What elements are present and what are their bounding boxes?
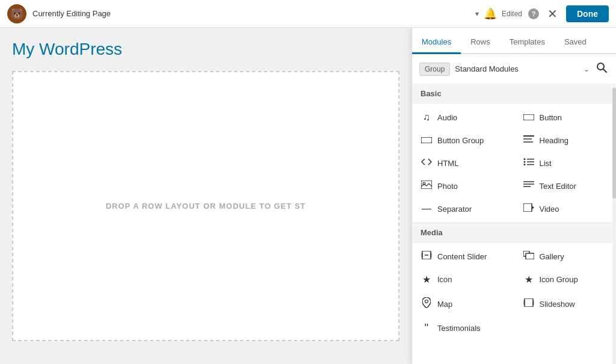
- svg-point-9: [523, 161, 525, 163]
- svg-rect-25: [526, 253, 534, 259]
- page-canvas: My WordPress DROP A ROW LAYOUT OR MODULE…: [0, 28, 411, 364]
- page-title: My WordPress: [12, 40, 399, 59]
- module-list[interactable]: List: [514, 152, 617, 174]
- module-separator[interactable]: — Separator: [412, 197, 514, 220]
- section-media-header: Media: [412, 223, 616, 242]
- module-text-editor[interactable]: Text Editor: [514, 174, 617, 197]
- module-icon-group[interactable]: ★ Icon Group: [514, 268, 617, 291]
- modules-list: Basic ♫ Audio Button Button Group: [412, 84, 616, 364]
- notification-bell-icon[interactable]: 🔔: [479, 5, 502, 23]
- tab-rows[interactable]: Rows: [461, 31, 500, 54]
- tab-templates[interactable]: Templates: [500, 31, 555, 54]
- video-icon: [523, 203, 535, 214]
- edited-label: Edited: [502, 10, 522, 18]
- top-bar-actions: Edited ? ✕ Done: [502, 4, 609, 23]
- done-button[interactable]: Done: [566, 5, 609, 22]
- separator-icon: —: [420, 203, 433, 214]
- search-button[interactable]: [594, 60, 609, 78]
- slideshow-label: Slideshow: [540, 300, 575, 309]
- group-select-wrapper[interactable]: Standard Modules ⌄: [455, 64, 590, 73]
- heading-label: Heading: [540, 136, 568, 145]
- gallery-icon: [523, 251, 535, 262]
- group-select-label: Standard Modules: [455, 64, 584, 73]
- svg-line-1: [603, 69, 606, 72]
- svg-rect-21: [421, 253, 423, 258]
- module-video[interactable]: Video: [514, 197, 617, 220]
- content-slider-label: Content Slider: [437, 252, 487, 261]
- module-icon[interactable]: ★ Icon: [412, 268, 514, 291]
- text-editor-icon: [523, 180, 535, 191]
- module-button[interactable]: Button: [514, 106, 617, 129]
- tab-saved[interactable]: Saved: [555, 31, 596, 54]
- module-photo[interactable]: Photo: [412, 174, 514, 197]
- basic-modules-grid: ♫ Audio Button Button Group: [412, 103, 616, 223]
- modules-panel: Modules Rows Templates Saved Group Stand…: [411, 28, 616, 364]
- top-bar: 🐻 Currently Editing Page ▾ 🔔 Edited ? ✕ …: [0, 0, 616, 28]
- scrollbar-thumb: [612, 88, 616, 199]
- button-group-icon: [420, 135, 433, 146]
- module-slideshow[interactable]: Slideshow: [514, 291, 617, 316]
- button-label: Button: [540, 113, 562, 122]
- group-badge[interactable]: Group: [419, 63, 450, 76]
- icon-module-icon: ★: [420, 274, 433, 285]
- logo-icon: 🐻: [10, 7, 23, 20]
- help-icon[interactable]: ?: [528, 8, 539, 19]
- drop-zone[interactable]: DROP A ROW LAYOUT OR MODULE TO GET ST: [12, 71, 399, 341]
- button-icon: [523, 112, 535, 123]
- photo-icon: [420, 180, 433, 191]
- html-label: HTML: [437, 159, 458, 168]
- svg-point-26: [425, 300, 428, 303]
- module-heading[interactable]: Heading: [514, 129, 617, 152]
- group-filter-row: Group Standard Modules ⌄: [412, 54, 616, 84]
- module-html[interactable]: HTML: [412, 152, 514, 174]
- scrollbar[interactable]: [612, 88, 616, 364]
- svg-rect-28: [523, 300, 525, 305]
- audio-label: Audio: [437, 113, 457, 122]
- content-slider-icon: [420, 251, 433, 262]
- module-gallery[interactable]: Gallery: [514, 245, 617, 268]
- drop-zone-text: DROP A ROW LAYOUT OR MODULE TO GET ST: [106, 202, 306, 211]
- section-basic-header: Basic: [412, 84, 616, 103]
- html-icon: [420, 158, 433, 168]
- module-map[interactable]: Map: [412, 291, 514, 316]
- module-audio[interactable]: ♫ Audio: [412, 106, 514, 129]
- testimonials-label: Testimonials: [437, 324, 481, 333]
- text-editor-label: Text Editor: [540, 182, 576, 191]
- slideshow-icon: [523, 298, 535, 309]
- svg-rect-29: [532, 300, 534, 305]
- heading-icon: [523, 135, 535, 146]
- icon-group-label: Icon Group: [540, 275, 578, 284]
- separator-label: Separator: [437, 205, 472, 214]
- svg-rect-3: [421, 137, 432, 143]
- tab-modules[interactable]: Modules: [412, 31, 461, 54]
- icon-group-icon: ★: [523, 274, 535, 285]
- group-chevron-icon[interactable]: ⌄: [584, 65, 590, 73]
- svg-rect-18: [523, 203, 532, 212]
- testimonials-icon: ": [420, 322, 433, 333]
- gallery-label: Gallery: [540, 252, 564, 261]
- svg-point-11: [523, 164, 525, 165]
- map-icon: [420, 297, 433, 310]
- video-label: Video: [540, 205, 559, 214]
- main-area: My WordPress DROP A ROW LAYOUT OR MODULE…: [0, 28, 616, 364]
- svg-marker-19: [532, 206, 534, 209]
- map-label: Map: [437, 300, 452, 309]
- page-editing-title: Currently Editing Page: [32, 9, 472, 18]
- module-button-group[interactable]: Button Group: [412, 129, 514, 152]
- svg-rect-27: [525, 298, 533, 307]
- list-icon: [523, 158, 535, 168]
- svg-point-7: [523, 158, 525, 160]
- icon-label: Icon: [437, 275, 452, 284]
- panel-tabs: Modules Rows Templates Saved: [412, 28, 616, 54]
- media-modules-grid: Content Slider Gallery ★ Icon ★ Icon Gro…: [412, 242, 616, 342]
- logo: 🐻: [7, 4, 26, 23]
- svg-rect-2: [523, 114, 534, 120]
- close-button[interactable]: ✕: [545, 4, 560, 23]
- photo-label: Photo: [437, 182, 458, 191]
- list-label: List: [540, 159, 552, 168]
- audio-icon: ♫: [420, 112, 433, 123]
- module-testimonials[interactable]: " Testimonials: [412, 316, 514, 339]
- module-content-slider[interactable]: Content Slider: [412, 245, 514, 268]
- button-group-label: Button Group: [437, 136, 484, 145]
- svg-rect-22: [430, 253, 432, 258]
